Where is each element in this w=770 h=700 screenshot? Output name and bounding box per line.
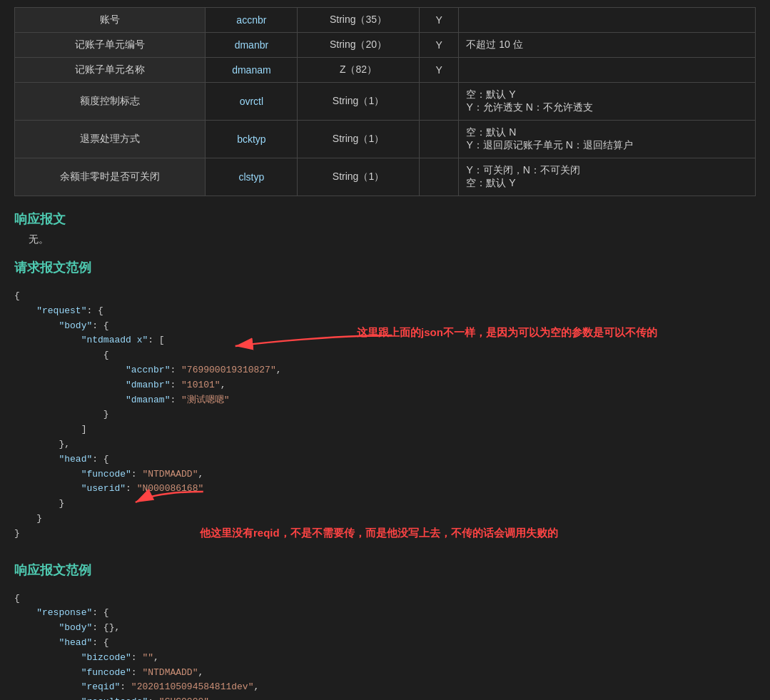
table-cell-desc xyxy=(459,58,756,83)
table-row: 记账子单元名称 dmanam Z（82） Y xyxy=(15,58,756,83)
table-cell-name: 账号 xyxy=(15,8,206,33)
table-cell-name: 退票处理方式 xyxy=(15,121,206,158)
annotation-text-2: 他这里没有reqid，不是不需要传，而是他没写上去，不传的话会调用失败的 xyxy=(200,525,699,542)
annotation-text-1: 这里跟上面的json不一样，是因为可以为空的参数是可以不传的 xyxy=(357,325,714,341)
params-table: 账号 accnbr String（35） Y 记账子单元编号 dmanbr St… xyxy=(14,7,756,196)
response-example-heading: 响应报文范例 xyxy=(14,562,756,579)
table-row: 额度控制标志 ovrctl String（1） 空：默认 YY：允许透支 N：不… xyxy=(15,83,756,121)
response-heading: 响应报文 xyxy=(14,210,756,228)
table-cell-required xyxy=(419,121,459,158)
table-cell-name: 记账子单元编号 xyxy=(15,33,206,58)
table-cell-field: dmanam xyxy=(206,58,298,83)
table-cell-required: Y xyxy=(419,33,459,58)
table-cell-type: String（35） xyxy=(298,8,419,33)
table-cell-required xyxy=(419,158,459,196)
table-cell-type: String（20） xyxy=(298,33,419,58)
page-container: 账号 accnbr String（35） Y 记账子单元编号 dmanbr St… xyxy=(0,0,770,700)
table-cell-desc: Y：可关闭，N：不可关闭空：默认 Y xyxy=(459,158,756,196)
table-cell-type: Z（82） xyxy=(298,58,419,83)
table-cell-field: dmanbr xyxy=(206,33,298,58)
request-block-wrapper: { "request": { "body": { "ntdmaadd x": [… xyxy=(14,282,756,549)
table-cell-desc xyxy=(459,8,756,33)
table-cell-desc: 空：默认 YY：允许透支 N：不允许透支 xyxy=(459,83,756,121)
request-code-block: { "request": { "body": { "ntdmaadd x": [… xyxy=(14,282,756,549)
table-cell-required xyxy=(419,83,459,121)
table-cell-type: String（1） xyxy=(298,121,419,158)
table-cell-field: ovrctl xyxy=(206,83,298,121)
table-cell-name: 余额非零时是否可关闭 xyxy=(15,158,206,196)
table-cell-required: Y xyxy=(419,8,459,33)
table-cell-field: bcktyp xyxy=(206,121,298,158)
table-cell-type: String（1） xyxy=(298,83,419,121)
table-cell-name: 记账子单元名称 xyxy=(15,58,206,83)
table-cell-desc: 空：默认 NY：退回原记账子单元 N：退回结算户 xyxy=(459,121,756,158)
table-row: 退票处理方式 bcktyp String（1） 空：默认 NY：退回原记账子单元… xyxy=(15,121,756,158)
response-code-block: { "response": { "body": {}, "head": { "b… xyxy=(14,584,756,700)
table-cell-type: String（1） xyxy=(298,158,419,196)
table-cell-desc: 不超过 10 位 xyxy=(459,33,756,58)
response-none-text: 无。 xyxy=(29,233,756,246)
table-cell-name: 额度控制标志 xyxy=(15,83,206,121)
table-row: 余额非零时是否可关闭 clstyp String（1） Y：可关闭，N：不可关闭… xyxy=(15,158,756,196)
table-cell-field: accnbr xyxy=(206,8,298,33)
table-row: 记账子单元编号 dmanbr String（20） Y 不超过 10 位 xyxy=(15,33,756,58)
table-cell-field: clstyp xyxy=(206,158,298,196)
request-example-heading: 请求报文范例 xyxy=(14,259,756,276)
response-block-wrapper: { "response": { "body": {}, "head": { "b… xyxy=(14,584,756,700)
table-cell-required: Y xyxy=(419,58,459,83)
table-row: 账号 accnbr String（35） Y xyxy=(15,8,756,33)
